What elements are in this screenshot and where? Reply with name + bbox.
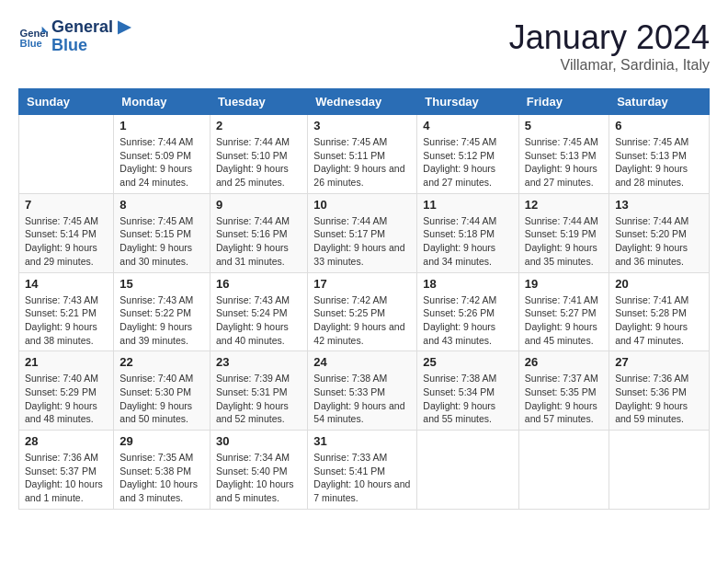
day-info: Sunrise: 7:44 AMSunset: 5:18 PMDaylight:… <box>423 214 513 269</box>
calendar-cell: 29Sunrise: 7:35 AMSunset: 5:38 PMDayligh… <box>114 431 210 510</box>
calendar-cell: 1Sunrise: 7:44 AMSunset: 5:09 PMDaylight… <box>114 115 210 194</box>
calendar-cell: 21Sunrise: 7:40 AMSunset: 5:29 PMDayligh… <box>19 351 114 431</box>
calendar-cell: 10Sunrise: 7:44 AMSunset: 5:17 PMDayligh… <box>308 193 417 272</box>
day-number: 22 <box>119 355 204 369</box>
day-number: 18 <box>423 277 513 291</box>
day-info: Sunrise: 7:43 AMSunset: 5:22 PMDaylight:… <box>119 293 204 348</box>
calendar-cell: 26Sunrise: 7:37 AMSunset: 5:35 PMDayligh… <box>518 351 609 431</box>
calendar-cell: 2Sunrise: 7:44 AMSunset: 5:10 PMDaylight… <box>210 115 307 194</box>
day-info: Sunrise: 7:44 AMSunset: 5:16 PMDaylight:… <box>216 214 301 269</box>
day-info: Sunrise: 7:45 AMSunset: 5:12 PMDaylight:… <box>423 135 513 190</box>
calendar-cell: 25Sunrise: 7:38 AMSunset: 5:34 PMDayligh… <box>417 351 519 431</box>
day-number: 4 <box>423 119 513 132</box>
day-number: 5 <box>525 119 603 132</box>
day-info: Sunrise: 7:45 AMSunset: 5:15 PMDaylight:… <box>119 214 204 269</box>
day-info: Sunrise: 7:39 AMSunset: 5:31 PMDaylight:… <box>216 372 301 426</box>
calendar-cell: 4Sunrise: 7:45 AMSunset: 5:12 PMDaylight… <box>417 115 519 194</box>
day-number: 16 <box>216 277 301 291</box>
calendar-cell: 9Sunrise: 7:44 AMSunset: 5:16 PMDaylight… <box>210 193 307 272</box>
calendar-cell <box>609 431 710 510</box>
day-info: Sunrise: 7:37 AMSunset: 5:35 PMDaylight:… <box>525 372 603 426</box>
calendar-cell: 17Sunrise: 7:42 AMSunset: 5:25 PMDayligh… <box>308 272 417 351</box>
calendar-cell: 8Sunrise: 7:45 AMSunset: 5:15 PMDaylight… <box>114 193 210 272</box>
calendar-week-row: 7Sunrise: 7:45 AMSunset: 5:14 PMDaylight… <box>19 193 710 272</box>
calendar-cell: 7Sunrise: 7:45 AMSunset: 5:14 PMDaylight… <box>19 193 114 272</box>
day-info: Sunrise: 7:45 AMSunset: 5:14 PMDaylight:… <box>25 214 108 269</box>
calendar-cell: 18Sunrise: 7:42 AMSunset: 5:26 PMDayligh… <box>417 272 519 351</box>
calendar-cell: 16Sunrise: 7:43 AMSunset: 5:24 PMDayligh… <box>210 272 307 351</box>
weekday-header-sunday: Sunday <box>19 89 114 115</box>
weekday-header-tuesday: Tuesday <box>210 89 307 115</box>
page-header: General Blue General ▶ Blue January 2024… <box>18 18 710 74</box>
day-info: Sunrise: 7:43 AMSunset: 5:24 PMDaylight:… <box>216 293 301 348</box>
calendar-cell: 3Sunrise: 7:45 AMSunset: 5:11 PMDaylight… <box>308 115 417 194</box>
day-info: Sunrise: 7:33 AMSunset: 5:41 PMDaylight:… <box>313 451 411 505</box>
day-number: 26 <box>525 355 603 369</box>
day-info: Sunrise: 7:36 AMSunset: 5:37 PMDaylight:… <box>25 451 108 505</box>
calendar-table: SundayMondayTuesdayWednesdayThursdayFrid… <box>18 88 710 510</box>
logo-icon: General Blue <box>18 22 48 52</box>
day-info: Sunrise: 7:44 AMSunset: 5:10 PMDaylight:… <box>216 135 301 190</box>
day-info: Sunrise: 7:35 AMSunset: 5:38 PMDaylight:… <box>119 451 204 505</box>
day-number: 30 <box>216 434 301 448</box>
calendar-week-row: 14Sunrise: 7:43 AMSunset: 5:21 PMDayligh… <box>19 272 710 351</box>
calendar-cell: 23Sunrise: 7:39 AMSunset: 5:31 PMDayligh… <box>210 351 307 431</box>
day-info: Sunrise: 7:38 AMSunset: 5:34 PMDaylight:… <box>423 372 513 426</box>
calendar-cell: 19Sunrise: 7:41 AMSunset: 5:27 PMDayligh… <box>518 272 609 351</box>
day-number: 15 <box>119 277 204 291</box>
calendar-cell <box>417 431 519 510</box>
day-number: 27 <box>615 355 703 369</box>
calendar-cell <box>518 431 609 510</box>
day-number: 25 <box>423 355 513 369</box>
day-info: Sunrise: 7:45 AMSunset: 5:11 PMDaylight:… <box>313 135 411 190</box>
calendar-cell: 28Sunrise: 7:36 AMSunset: 5:37 PMDayligh… <box>19 431 114 510</box>
calendar-week-row: 1Sunrise: 7:44 AMSunset: 5:09 PMDaylight… <box>19 115 710 194</box>
day-info: Sunrise: 7:40 AMSunset: 5:30 PMDaylight:… <box>119 372 204 426</box>
weekday-header-wednesday: Wednesday <box>308 89 417 115</box>
day-number: 29 <box>119 434 204 448</box>
calendar-cell: 6Sunrise: 7:45 AMSunset: 5:13 PMDaylight… <box>609 115 710 194</box>
location-subtitle: Villamar, Sardinia, Italy <box>509 57 710 74</box>
calendar-week-row: 28Sunrise: 7:36 AMSunset: 5:37 PMDayligh… <box>19 431 710 510</box>
svg-text:Blue: Blue <box>20 38 42 49</box>
calendar-cell: 30Sunrise: 7:34 AMSunset: 5:40 PMDayligh… <box>210 431 307 510</box>
calendar-cell: 11Sunrise: 7:44 AMSunset: 5:18 PMDayligh… <box>417 193 519 272</box>
day-number: 21 <box>25 355 108 369</box>
day-info: Sunrise: 7:45 AMSunset: 5:13 PMDaylight:… <box>525 135 603 190</box>
weekday-header-thursday: Thursday <box>417 89 519 115</box>
calendar-cell: 27Sunrise: 7:36 AMSunset: 5:36 PMDayligh… <box>609 351 710 431</box>
day-info: Sunrise: 7:42 AMSunset: 5:26 PMDaylight:… <box>423 293 513 348</box>
calendar-cell: 31Sunrise: 7:33 AMSunset: 5:41 PMDayligh… <box>308 431 417 510</box>
title-block: January 2024 Villamar, Sardinia, Italy <box>509 18 710 74</box>
day-info: Sunrise: 7:38 AMSunset: 5:33 PMDaylight:… <box>313 372 411 426</box>
logo-text: General ▶ <box>51 18 131 37</box>
calendar-cell: 15Sunrise: 7:43 AMSunset: 5:22 PMDayligh… <box>114 272 210 351</box>
day-number: 2 <box>216 119 301 132</box>
day-number: 24 <box>313 355 411 369</box>
calendar-cell: 14Sunrise: 7:43 AMSunset: 5:21 PMDayligh… <box>19 272 114 351</box>
weekday-header-row: SundayMondayTuesdayWednesdayThursdayFrid… <box>19 89 710 115</box>
day-number: 14 <box>25 277 108 291</box>
day-number: 23 <box>216 355 301 369</box>
day-number: 17 <box>313 277 411 291</box>
calendar-week-row: 21Sunrise: 7:40 AMSunset: 5:29 PMDayligh… <box>19 351 710 431</box>
day-info: Sunrise: 7:44 AMSunset: 5:19 PMDaylight:… <box>525 214 603 269</box>
day-number: 11 <box>423 198 513 212</box>
day-number: 20 <box>615 277 703 291</box>
calendar-cell: 13Sunrise: 7:44 AMSunset: 5:20 PMDayligh… <box>609 193 710 272</box>
day-number: 28 <box>25 434 108 448</box>
day-info: Sunrise: 7:41 AMSunset: 5:28 PMDaylight:… <box>615 293 703 348</box>
day-info: Sunrise: 7:41 AMSunset: 5:27 PMDaylight:… <box>525 293 603 348</box>
calendar-cell: 24Sunrise: 7:38 AMSunset: 5:33 PMDayligh… <box>308 351 417 431</box>
day-info: Sunrise: 7:34 AMSunset: 5:40 PMDaylight:… <box>216 451 301 505</box>
weekday-header-monday: Monday <box>114 89 210 115</box>
calendar-cell: 22Sunrise: 7:40 AMSunset: 5:30 PMDayligh… <box>114 351 210 431</box>
day-number: 19 <box>525 277 603 291</box>
day-number: 13 <box>615 198 703 212</box>
weekday-header-friday: Friday <box>518 89 609 115</box>
day-number: 1 <box>119 119 204 132</box>
day-info: Sunrise: 7:44 AMSunset: 5:20 PMDaylight:… <box>615 214 703 269</box>
day-number: 31 <box>313 434 411 448</box>
day-number: 8 <box>119 198 204 212</box>
day-info: Sunrise: 7:42 AMSunset: 5:25 PMDaylight:… <box>313 293 411 348</box>
